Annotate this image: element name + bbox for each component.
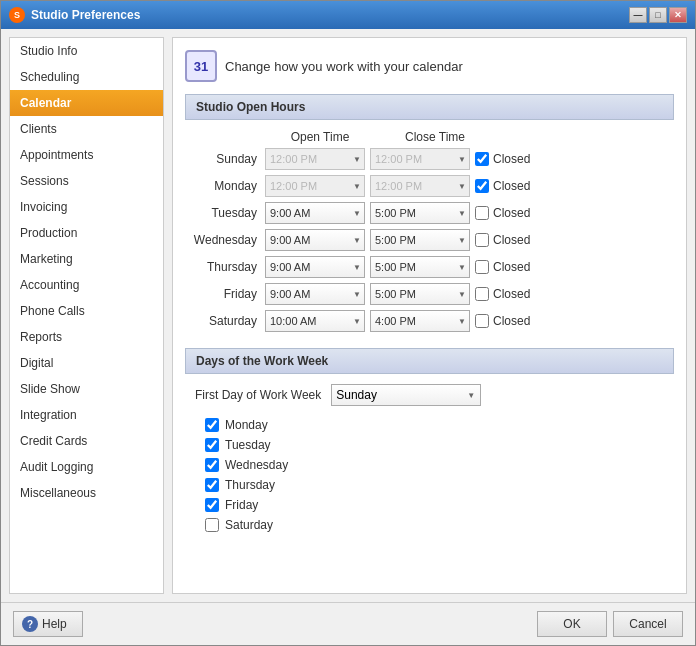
sidebar-item-scheduling[interactable]: Scheduling bbox=[10, 64, 163, 90]
closed-checkbox-saturday[interactable] bbox=[475, 314, 489, 328]
day-label-monday: Monday bbox=[185, 179, 265, 193]
open-time-wrapper-sunday: 12:00 AM1:00 AM2:00 AM3:00 AM4:00 AM5:00… bbox=[265, 148, 365, 170]
sidebar-item-credit-cards[interactable]: Credit Cards bbox=[10, 428, 163, 454]
studio-open-hours-header: Studio Open Hours bbox=[185, 94, 674, 120]
closed-checkbox-thursday[interactable] bbox=[475, 260, 489, 274]
closed-group-tuesday: Closed bbox=[475, 206, 530, 220]
cancel-button[interactable]: Cancel bbox=[613, 611, 683, 637]
open-time-select-saturday[interactable]: 12:00 AM1:00 AM2:00 AM3:00 AM4:00 AM5:00… bbox=[265, 310, 365, 332]
hours-table: Open Time Close Time Sunday12:00 AM1:00 … bbox=[185, 130, 674, 332]
sidebar-item-sessions[interactable]: Sessions bbox=[10, 168, 163, 194]
sidebar-item-digital[interactable]: Digital bbox=[10, 350, 163, 376]
work-day-row-thursday: Thursday bbox=[205, 478, 674, 492]
close-time-wrapper-monday: 12:00 AM1:00 AM2:00 AM3:00 AM4:00 AM5:00… bbox=[370, 175, 470, 197]
day-label-saturday: Saturday bbox=[185, 314, 265, 328]
day-label-wednesday: Wednesday bbox=[185, 233, 265, 247]
sidebar-item-audit-logging[interactable]: Audit Logging bbox=[10, 454, 163, 480]
first-day-row: First Day of Work Week SundayMondayTuesd… bbox=[185, 384, 674, 406]
close-time-select-thursday[interactable]: 12:00 AM1:00 AM2:00 AM3:00 AM4:00 AM5:00… bbox=[370, 256, 470, 278]
open-time-select-sunday[interactable]: 12:00 AM1:00 AM2:00 AM3:00 AM4:00 AM5:00… bbox=[265, 148, 365, 170]
closed-label-saturday: Closed bbox=[493, 314, 530, 328]
app-icon: S bbox=[9, 7, 25, 23]
day-label-thursday: Thursday bbox=[185, 260, 265, 274]
close-time-select-sunday[interactable]: 12:00 AM1:00 AM2:00 AM3:00 AM4:00 AM5:00… bbox=[370, 148, 470, 170]
closed-group-thursday: Closed bbox=[475, 260, 530, 274]
sidebar-item-invoicing[interactable]: Invoicing bbox=[10, 194, 163, 220]
maximize-button[interactable]: □ bbox=[649, 7, 667, 23]
sidebar-item-production[interactable]: Production bbox=[10, 220, 163, 246]
content-scroll[interactable]: 31 Change how you work with your calenda… bbox=[173, 38, 686, 593]
sidebar-item-clients[interactable]: Clients bbox=[10, 116, 163, 142]
open-time-wrapper-saturday: 12:00 AM1:00 AM2:00 AM3:00 AM4:00 AM5:00… bbox=[265, 310, 365, 332]
closed-label-friday: Closed bbox=[493, 287, 530, 301]
day-row-thursday: Thursday12:00 AM1:00 AM2:00 AM3:00 AM4:0… bbox=[185, 256, 674, 278]
help-button[interactable]: ? Help bbox=[13, 611, 83, 637]
close-time-wrapper-wednesday: 12:00 AM1:00 AM2:00 AM3:00 AM4:00 AM5:00… bbox=[370, 229, 470, 251]
work-day-label-saturday: Saturday bbox=[225, 518, 273, 532]
day-row-monday: Monday12:00 AM1:00 AM2:00 AM3:00 AM4:00 … bbox=[185, 175, 674, 197]
footer: ? Help OK Cancel bbox=[1, 602, 695, 645]
close-time-select-tuesday[interactable]: 12:00 AM1:00 AM2:00 AM3:00 AM4:00 AM5:00… bbox=[370, 202, 470, 224]
sidebar-item-integration[interactable]: Integration bbox=[10, 402, 163, 428]
open-time-select-monday[interactable]: 12:00 AM1:00 AM2:00 AM3:00 AM4:00 AM5:00… bbox=[265, 175, 365, 197]
open-time-wrapper-thursday: 12:00 AM1:00 AM2:00 AM3:00 AM4:00 AM5:00… bbox=[265, 256, 365, 278]
work-day-label-thursday: Thursday bbox=[225, 478, 275, 492]
work-day-checkbox-wednesday[interactable] bbox=[205, 458, 219, 472]
content-header: 31 Change how you work with your calenda… bbox=[185, 50, 674, 82]
open-time-select-friday[interactable]: 12:00 AM1:00 AM2:00 AM3:00 AM4:00 AM5:00… bbox=[265, 283, 365, 305]
open-time-wrapper-wednesday: 12:00 AM1:00 AM2:00 AM3:00 AM4:00 AM5:00… bbox=[265, 229, 365, 251]
close-time-wrapper-sunday: 12:00 AM1:00 AM2:00 AM3:00 AM4:00 AM5:00… bbox=[370, 148, 470, 170]
sidebar-item-slide-show[interactable]: Slide Show bbox=[10, 376, 163, 402]
ok-button[interactable]: OK bbox=[537, 611, 607, 637]
work-day-checkbox-monday[interactable] bbox=[205, 418, 219, 432]
open-time-select-tuesday[interactable]: 12:00 AM1:00 AM2:00 AM3:00 AM4:00 AM5:00… bbox=[265, 202, 365, 224]
first-day-select[interactable]: SundayMondayTuesdayWednesdayThursdayFrid… bbox=[331, 384, 481, 406]
work-day-label-monday: Monday bbox=[225, 418, 268, 432]
close-time-select-monday[interactable]: 12:00 AM1:00 AM2:00 AM3:00 AM4:00 AM5:00… bbox=[370, 175, 470, 197]
help-icon: ? bbox=[22, 616, 38, 632]
close-time-wrapper-thursday: 12:00 AM1:00 AM2:00 AM3:00 AM4:00 AM5:00… bbox=[370, 256, 470, 278]
open-time-select-thursday[interactable]: 12:00 AM1:00 AM2:00 AM3:00 AM4:00 AM5:00… bbox=[265, 256, 365, 278]
closed-label-tuesday: Closed bbox=[493, 206, 530, 220]
close-time-select-saturday[interactable]: 12:00 AM1:00 AM2:00 AM3:00 AM4:00 AM5:00… bbox=[370, 310, 470, 332]
sidebar-item-studio-info[interactable]: Studio Info bbox=[10, 38, 163, 64]
work-week-days: MondayTuesdayWednesdayThursdayFridaySatu… bbox=[185, 418, 674, 532]
closed-checkbox-sunday[interactable] bbox=[475, 152, 489, 166]
open-time-wrapper-friday: 12:00 AM1:00 AM2:00 AM3:00 AM4:00 AM5:00… bbox=[265, 283, 365, 305]
close-button[interactable]: ✕ bbox=[669, 7, 687, 23]
window-title: Studio Preferences bbox=[31, 8, 623, 22]
sidebar-item-calendar[interactable]: Calendar bbox=[10, 90, 163, 116]
close-time-select-friday[interactable]: 12:00 AM1:00 AM2:00 AM3:00 AM4:00 AM5:00… bbox=[370, 283, 470, 305]
day-row-tuesday: Tuesday12:00 AM1:00 AM2:00 AM3:00 AM4:00… bbox=[185, 202, 674, 224]
closed-checkbox-friday[interactable] bbox=[475, 287, 489, 301]
closed-checkbox-wednesday[interactable] bbox=[475, 233, 489, 247]
title-bar: S Studio Preferences — □ ✕ bbox=[1, 1, 695, 29]
sidebar-item-appointments[interactable]: Appointments bbox=[10, 142, 163, 168]
closed-checkbox-tuesday[interactable] bbox=[475, 206, 489, 220]
closed-group-sunday: Closed bbox=[475, 152, 530, 166]
work-day-checkbox-saturday[interactable] bbox=[205, 518, 219, 532]
sidebar-item-miscellaneous[interactable]: Miscellaneous bbox=[10, 480, 163, 506]
sidebar-item-phone-calls[interactable]: Phone Calls bbox=[10, 298, 163, 324]
work-day-checkbox-thursday[interactable] bbox=[205, 478, 219, 492]
header-text: Change how you work with your calendar bbox=[225, 59, 463, 74]
close-time-select-wednesday[interactable]: 12:00 AM1:00 AM2:00 AM3:00 AM4:00 AM5:00… bbox=[370, 229, 470, 251]
close-time-wrapper-saturday: 12:00 AM1:00 AM2:00 AM3:00 AM4:00 AM5:00… bbox=[370, 310, 470, 332]
minimize-button[interactable]: — bbox=[629, 7, 647, 23]
work-day-checkbox-tuesday[interactable] bbox=[205, 438, 219, 452]
closed-group-friday: Closed bbox=[475, 287, 530, 301]
close-time-col-header: Close Time bbox=[380, 130, 490, 144]
calendar-icon: 31 bbox=[185, 50, 217, 82]
sidebar-item-accounting[interactable]: Accounting bbox=[10, 272, 163, 298]
closed-label-sunday: Closed bbox=[493, 152, 530, 166]
work-week-header: Days of the Work Week bbox=[185, 348, 674, 374]
window-controls: — □ ✕ bbox=[629, 7, 687, 23]
close-time-wrapper-friday: 12:00 AM1:00 AM2:00 AM3:00 AM4:00 AM5:00… bbox=[370, 283, 470, 305]
day-row-friday: Friday12:00 AM1:00 AM2:00 AM3:00 AM4:00 … bbox=[185, 283, 674, 305]
open-time-select-wednesday[interactable]: 12:00 AM1:00 AM2:00 AM3:00 AM4:00 AM5:00… bbox=[265, 229, 365, 251]
closed-checkbox-monday[interactable] bbox=[475, 179, 489, 193]
sidebar-item-reports[interactable]: Reports bbox=[10, 324, 163, 350]
work-day-checkbox-friday[interactable] bbox=[205, 498, 219, 512]
sidebar-item-marketing[interactable]: Marketing bbox=[10, 246, 163, 272]
work-day-row-saturday: Saturday bbox=[205, 518, 674, 532]
